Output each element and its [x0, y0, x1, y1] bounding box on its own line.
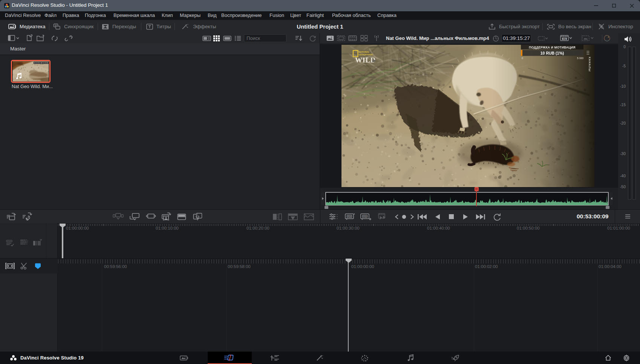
svg-text:HQ: HQ [563, 38, 566, 40]
svg-text:0: 0 [522, 57, 523, 59]
svg-text:HD: HD [373, 60, 376, 62]
svg-text:NATIONAL: NATIONAL [359, 51, 370, 53]
svg-text:10 RUB (1%): 10 RUB (1%) [540, 51, 564, 55]
svg-text:5 000: 5 000 [577, 57, 583, 59]
svg-text:КАНАЛЫ: КАНАЛЫ [588, 57, 591, 72]
svg-text:ПОДДЕРЖКА И МОТИВАЦИЯ: ПОДДЕРЖКА И МОТИВАЦИЯ [529, 46, 575, 49]
svg-text:POI: POI [363, 215, 367, 218]
svg-text:GEOGRAPHIC: GEOGRAPHIC [359, 53, 373, 56]
svg-text:POI: POI [348, 215, 351, 218]
